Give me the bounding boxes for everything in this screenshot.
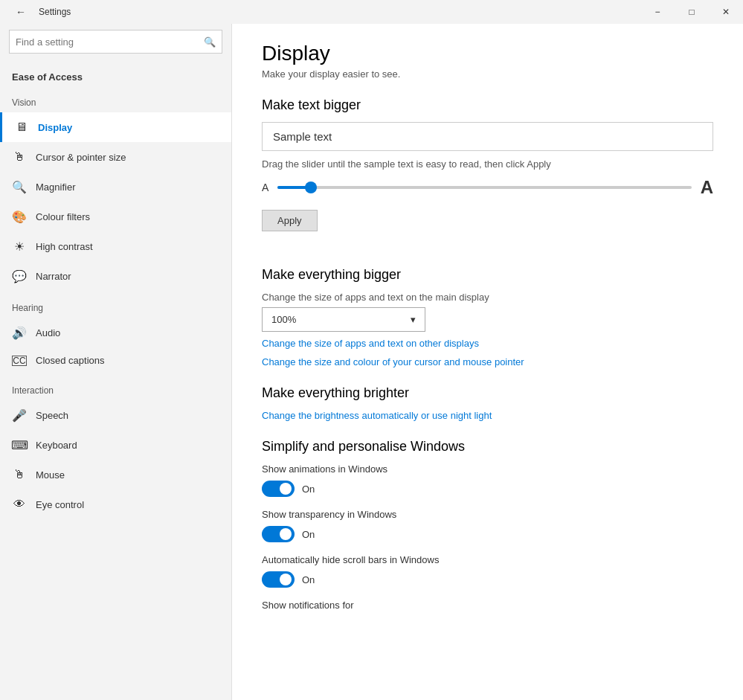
mouse-icon: 🖱 <box>12 467 27 482</box>
eye-control-icon: 👁 <box>12 497 27 512</box>
animations-toggle-value: On <box>302 484 315 495</box>
window: ← Settings − □ ✕ 🔍 Ease of Access Vision… <box>0 0 743 700</box>
sidebar-item-label-closed-captions: Closed captions <box>36 355 105 366</box>
sidebar-item-label-mouse: Mouse <box>36 469 65 481</box>
high-contrast-icon: ☀ <box>12 239 27 254</box>
vision-section-label: Vision <box>0 86 231 112</box>
sidebar-item-label-narrator: Narrator <box>36 271 71 282</box>
other-displays-link[interactable]: Change the size of apps and text on othe… <box>262 338 713 349</box>
sidebar-item-label-cursor: Cursor & pointer size <box>36 152 126 163</box>
display-size-dropdown-row: Change the size of apps and text on the … <box>262 292 713 332</box>
search-input[interactable] <box>16 36 204 48</box>
scrollbars-toggle[interactable] <box>262 571 295 588</box>
scrollbars-label: Automatically hide scroll bars in Window… <box>262 554 713 565</box>
text-size-slider[interactable] <box>277 186 691 189</box>
transparency-toggle-knob <box>280 528 292 540</box>
chevron-down-icon: ▾ <box>411 314 416 325</box>
sidebar-item-audio[interactable]: 🔊 Audio <box>0 318 231 347</box>
sidebar-item-cursor[interactable]: 🖱 Cursor & pointer size <box>0 142 231 172</box>
apply-button[interactable]: Apply <box>262 210 318 231</box>
make-everything-brighter-title: Make everything brighter <box>262 385 713 401</box>
display-size-dropdown[interactable]: 100% ▾ <box>262 307 425 332</box>
cursor-icon: 🖱 <box>12 150 27 164</box>
slider-min-label: A <box>262 182 268 193</box>
animations-toggle-row: Show animations in Windows On <box>262 463 713 497</box>
brightness-link[interactable]: Change the brightness automatically or u… <box>262 410 713 421</box>
sample-text-box: Sample text <box>262 122 713 151</box>
main-layout: 🔍 Ease of Access Vision 🖥 Display 🖱 Curs… <box>0 24 743 700</box>
transparency-label: Show transparency in Windows <box>262 509 713 520</box>
sidebar-item-label-keyboard: Keyboard <box>36 440 77 451</box>
page-title: Display <box>262 42 713 65</box>
ease-of-access-label: Ease of Access <box>12 71 83 83</box>
animations-label: Show animations in Windows <box>262 463 713 475</box>
transparency-toggle-control: On <box>262 526 713 542</box>
sample-text: Sample text <box>273 130 332 143</box>
slider-max-label: A <box>701 177 713 198</box>
sidebar-item-speech[interactable]: 🎤 Speech <box>0 400 231 430</box>
animations-toggle[interactable] <box>262 481 295 497</box>
make-text-bigger-title: Make text bigger <box>262 97 713 113</box>
make-everything-bigger-title: Make everything bigger <box>262 267 713 283</box>
cursor-size-link[interactable]: Change the size and colour of your curso… <box>262 356 713 367</box>
maximize-button[interactable]: □ <box>675 0 709 24</box>
narrator-icon: 💬 <box>12 269 27 283</box>
text-size-slider-row: A A <box>262 177 713 198</box>
sidebar-item-display[interactable]: 🖥 Display <box>0 112 231 142</box>
keyboard-icon: ⌨ <box>12 437 27 452</box>
dropdown-value: 100% <box>271 314 296 325</box>
page-subtitle: Make your display easier to see. <box>262 68 713 80</box>
sidebar-item-keyboard[interactable]: ⌨ Keyboard <box>0 430 231 460</box>
colour-filters-icon: 🎨 <box>12 209 27 224</box>
display-icon: 🖥 <box>14 120 29 135</box>
sidebar-search: 🔍 <box>0 24 231 62</box>
animations-toggle-knob <box>280 483 292 495</box>
speech-icon: 🎤 <box>12 408 27 423</box>
hearing-section-label: Hearing <box>0 291 231 318</box>
animations-toggle-control: On <box>262 481 713 497</box>
sidebar-item-label-magnifier: Magnifier <box>36 182 75 193</box>
back-button[interactable]: ← <box>9 0 33 24</box>
sidebar-item-high-contrast[interactable]: ☀ High contrast <box>0 231 231 261</box>
sidebar: 🔍 Ease of Access Vision 🖥 Display 🖱 Curs… <box>0 24 232 700</box>
sidebar-item-magnifier[interactable]: 🔍 Magnifier <box>0 172 231 202</box>
transparency-toggle-value: On <box>302 529 315 540</box>
transparency-toggle[interactable] <box>262 526 295 542</box>
audio-icon: 🔊 <box>12 325 27 340</box>
sidebar-item-mouse[interactable]: 🖱 Mouse <box>0 460 231 489</box>
scrollbars-toggle-value: On <box>302 574 315 585</box>
scrollbars-toggle-knob <box>280 574 292 585</box>
sidebar-item-label-eye-control: Eye control <box>36 499 84 510</box>
minimize-button[interactable]: − <box>640 0 675 24</box>
sidebar-item-label-audio: Audio <box>36 327 60 338</box>
titlebar: ← Settings − □ ✕ <box>0 0 743 24</box>
sidebar-item-eye-control[interactable]: 👁 Eye control <box>0 489 231 519</box>
sidebar-item-label-display: Display <box>38 122 72 133</box>
magnifier-icon: 🔍 <box>12 179 27 194</box>
titlebar-controls: − □ ✕ <box>640 0 743 24</box>
search-box[interactable]: 🔍 <box>9 30 222 54</box>
sidebar-item-colour-filters[interactable]: 🎨 Colour filters <box>0 202 231 231</box>
sidebar-ease-of-access[interactable]: Ease of Access <box>0 62 231 86</box>
search-icon: 🔍 <box>204 36 216 48</box>
show-notifications-label: Show notifications for <box>262 600 713 611</box>
interaction-section-label: Interaction <box>0 373 231 400</box>
dropdown-label: Change the size of apps and text on the … <box>262 292 713 303</box>
closed-captions-icon: CC <box>12 356 27 366</box>
transparency-toggle-row: Show transparency in Windows On <box>262 509 713 542</box>
sidebar-item-label-high-contrast: High contrast <box>36 241 93 252</box>
sidebar-item-closed-captions[interactable]: CC Closed captions <box>0 347 231 373</box>
sidebar-item-label-colour-filters: Colour filters <box>36 211 90 222</box>
scrollbars-toggle-control: On <box>262 571 713 588</box>
titlebar-title: Settings <box>39 7 640 17</box>
sidebar-item-label-speech: Speech <box>36 410 68 421</box>
sidebar-item-narrator[interactable]: 💬 Narrator <box>0 261 231 291</box>
slider-description: Drag the slider until the sample text is… <box>262 158 713 170</box>
slider-thumb <box>305 182 317 193</box>
content-area: Display Make your display easier to see.… <box>232 24 743 700</box>
scrollbars-toggle-row: Automatically hide scroll bars in Window… <box>262 554 713 588</box>
close-button[interactable]: ✕ <box>709 0 743 24</box>
simplify-title: Simplify and personalise Windows <box>262 439 713 455</box>
